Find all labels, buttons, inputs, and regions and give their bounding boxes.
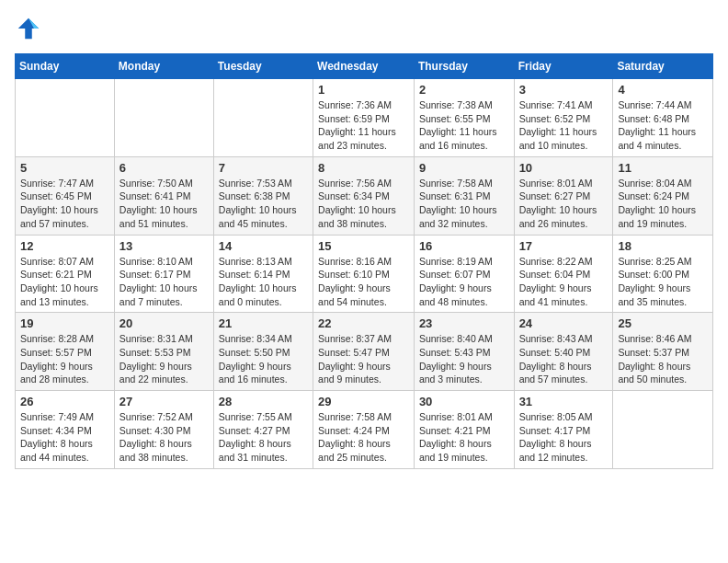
day-number: 11: [618, 161, 708, 175]
day-cell: 31Sunrise: 8:05 AM Sunset: 4:17 PM Dayli…: [514, 391, 613, 469]
day-cell: 26Sunrise: 7:49 AM Sunset: 4:34 PM Dayli…: [16, 391, 115, 469]
day-number: 1: [318, 83, 409, 97]
week-row-2: 5Sunrise: 7:47 AM Sunset: 6:45 PM Daylig…: [16, 156, 713, 235]
day-info: Sunrise: 7:56 AM Sunset: 6:34 PM Dayligh…: [318, 177, 409, 231]
day-number: 21: [219, 316, 308, 330]
day-info: Sunrise: 8:22 AM Sunset: 6:04 PM Dayligh…: [519, 255, 609, 309]
day-info: Sunrise: 8:46 AM Sunset: 5:37 PM Dayligh…: [618, 332, 708, 386]
day-cell: 18Sunrise: 8:25 AM Sunset: 6:00 PM Dayli…: [613, 235, 713, 313]
header-friday: Friday: [514, 54, 613, 79]
calendar-table: SundayMondayTuesdayWednesdayThursdayFrid…: [15, 53, 713, 469]
header-row: SundayMondayTuesdayWednesdayThursdayFrid…: [16, 54, 713, 79]
week-row-4: 19Sunrise: 8:28 AM Sunset: 5:57 PM Dayli…: [16, 313, 713, 391]
day-cell: 17Sunrise: 8:22 AM Sunset: 6:04 PM Dayli…: [514, 235, 613, 313]
day-cell: 30Sunrise: 8:01 AM Sunset: 4:21 PM Dayli…: [414, 391, 514, 469]
day-cell: 10Sunrise: 8:01 AM Sunset: 6:27 PM Dayli…: [514, 156, 613, 235]
day-number: 3: [519, 83, 609, 97]
day-info: Sunrise: 8:04 AM Sunset: 6:24 PM Dayligh…: [618, 177, 708, 231]
day-info: Sunrise: 8:16 AM Sunset: 6:10 PM Dayligh…: [318, 255, 409, 309]
day-cell: 12Sunrise: 8:07 AM Sunset: 6:21 PM Dayli…: [16, 235, 115, 313]
day-number: 17: [519, 239, 609, 253]
day-number: 27: [119, 395, 209, 408]
day-info: Sunrise: 7:49 AM Sunset: 4:34 PM Dayligh…: [20, 410, 109, 465]
day-number: 5: [20, 161, 109, 175]
day-cell: [213, 79, 313, 157]
day-info: Sunrise: 7:47 AM Sunset: 6:45 PM Dayligh…: [20, 177, 109, 231]
day-number: 25: [618, 316, 708, 330]
day-info: Sunrise: 8:19 AM Sunset: 6:07 PM Dayligh…: [419, 255, 509, 309]
day-number: 23: [419, 316, 509, 330]
day-info: Sunrise: 7:44 AM Sunset: 6:48 PM Dayligh…: [618, 98, 708, 153]
page-header: [15, 15, 713, 42]
day-cell: 13Sunrise: 8:10 AM Sunset: 6:17 PM Dayli…: [114, 235, 213, 313]
day-cell: 3Sunrise: 7:41 AM Sunset: 6:52 PM Daylig…: [514, 79, 613, 157]
day-info: Sunrise: 7:52 AM Sunset: 4:30 PM Dayligh…: [119, 410, 209, 465]
day-info: Sunrise: 8:01 AM Sunset: 4:21 PM Dayligh…: [419, 410, 509, 465]
day-number: 29: [318, 395, 409, 408]
day-number: 14: [219, 239, 308, 253]
day-cell: 29Sunrise: 7:58 AM Sunset: 4:24 PM Dayli…: [313, 391, 415, 469]
day-cell: 14Sunrise: 8:13 AM Sunset: 6:14 PM Dayli…: [213, 235, 313, 313]
day-info: Sunrise: 7:38 AM Sunset: 6:55 PM Dayligh…: [419, 98, 509, 153]
day-info: Sunrise: 7:41 AM Sunset: 6:52 PM Dayligh…: [519, 98, 609, 153]
day-cell: [16, 79, 115, 157]
day-info: Sunrise: 8:28 AM Sunset: 5:57 PM Dayligh…: [20, 332, 109, 386]
day-info: Sunrise: 7:50 AM Sunset: 6:41 PM Dayligh…: [119, 177, 209, 231]
day-cell: 8Sunrise: 7:56 AM Sunset: 6:34 PM Daylig…: [313, 156, 415, 235]
day-number: 22: [318, 316, 409, 330]
day-number: 10: [519, 161, 609, 175]
header-sunday: Sunday: [16, 54, 115, 79]
day-info: Sunrise: 8:13 AM Sunset: 6:14 PM Dayligh…: [219, 255, 308, 309]
day-info: Sunrise: 8:34 AM Sunset: 5:50 PM Dayligh…: [219, 332, 308, 386]
day-cell: 4Sunrise: 7:44 AM Sunset: 6:48 PM Daylig…: [613, 79, 713, 157]
day-info: Sunrise: 7:53 AM Sunset: 6:38 PM Dayligh…: [219, 177, 308, 231]
day-number: 9: [419, 161, 509, 175]
logo: [15, 15, 46, 42]
day-number: 28: [219, 395, 308, 408]
day-number: 31: [519, 395, 609, 408]
header-saturday: Saturday: [613, 54, 713, 79]
day-cell: 19Sunrise: 8:28 AM Sunset: 5:57 PM Dayli…: [16, 313, 115, 391]
day-info: Sunrise: 8:40 AM Sunset: 5:43 PM Dayligh…: [419, 332, 509, 386]
day-cell: 15Sunrise: 8:16 AM Sunset: 6:10 PM Dayli…: [313, 235, 415, 313]
day-cell: 21Sunrise: 8:34 AM Sunset: 5:50 PM Dayli…: [213, 313, 313, 391]
day-info: Sunrise: 7:58 AM Sunset: 4:24 PM Dayligh…: [318, 410, 409, 465]
week-row-3: 12Sunrise: 8:07 AM Sunset: 6:21 PM Dayli…: [16, 235, 713, 313]
day-cell: 20Sunrise: 8:31 AM Sunset: 5:53 PM Dayli…: [114, 313, 213, 391]
day-cell: 2Sunrise: 7:38 AM Sunset: 6:55 PM Daylig…: [414, 79, 514, 157]
day-cell: 16Sunrise: 8:19 AM Sunset: 6:07 PM Dayli…: [414, 235, 514, 313]
day-info: Sunrise: 8:25 AM Sunset: 6:00 PM Dayligh…: [618, 255, 708, 309]
day-number: 19: [20, 316, 109, 330]
day-number: 7: [219, 161, 308, 175]
day-cell: 23Sunrise: 8:40 AM Sunset: 5:43 PM Dayli…: [414, 313, 514, 391]
header-thursday: Thursday: [414, 54, 514, 79]
day-number: 15: [318, 239, 409, 253]
day-number: 6: [119, 161, 209, 175]
day-info: Sunrise: 7:55 AM Sunset: 4:27 PM Dayligh…: [219, 410, 308, 465]
day-number: 24: [519, 316, 609, 330]
day-cell: 11Sunrise: 8:04 AM Sunset: 6:24 PM Dayli…: [613, 156, 713, 235]
day-cell: 24Sunrise: 8:43 AM Sunset: 5:40 PM Dayli…: [514, 313, 613, 391]
day-number: 8: [318, 161, 409, 175]
day-number: 26: [20, 395, 109, 408]
week-row-1: 1Sunrise: 7:36 AM Sunset: 6:59 PM Daylig…: [16, 79, 713, 157]
day-number: 12: [20, 239, 109, 253]
day-number: 30: [419, 395, 509, 408]
day-cell: [613, 391, 713, 469]
day-cell: 25Sunrise: 8:46 AM Sunset: 5:37 PM Dayli…: [613, 313, 713, 391]
day-info: Sunrise: 8:10 AM Sunset: 6:17 PM Dayligh…: [119, 255, 209, 309]
day-cell: 27Sunrise: 7:52 AM Sunset: 4:30 PM Dayli…: [114, 391, 213, 469]
day-info: Sunrise: 8:05 AM Sunset: 4:17 PM Dayligh…: [519, 410, 609, 465]
day-cell: 6Sunrise: 7:50 AM Sunset: 6:41 PM Daylig…: [114, 156, 213, 235]
day-cell: [114, 79, 213, 157]
week-row-5: 26Sunrise: 7:49 AM Sunset: 4:34 PM Dayli…: [16, 391, 713, 469]
day-info: Sunrise: 8:01 AM Sunset: 6:27 PM Dayligh…: [519, 177, 609, 231]
day-number: 18: [618, 239, 708, 253]
day-info: Sunrise: 8:31 AM Sunset: 5:53 PM Dayligh…: [119, 332, 209, 386]
day-cell: 9Sunrise: 7:58 AM Sunset: 6:31 PM Daylig…: [414, 156, 514, 235]
day-cell: 7Sunrise: 7:53 AM Sunset: 6:38 PM Daylig…: [213, 156, 313, 235]
day-cell: 5Sunrise: 7:47 AM Sunset: 6:45 PM Daylig…: [16, 156, 115, 235]
day-number: 20: [119, 316, 209, 330]
day-number: 4: [618, 83, 708, 97]
day-info: Sunrise: 8:43 AM Sunset: 5:40 PM Dayligh…: [519, 332, 609, 386]
